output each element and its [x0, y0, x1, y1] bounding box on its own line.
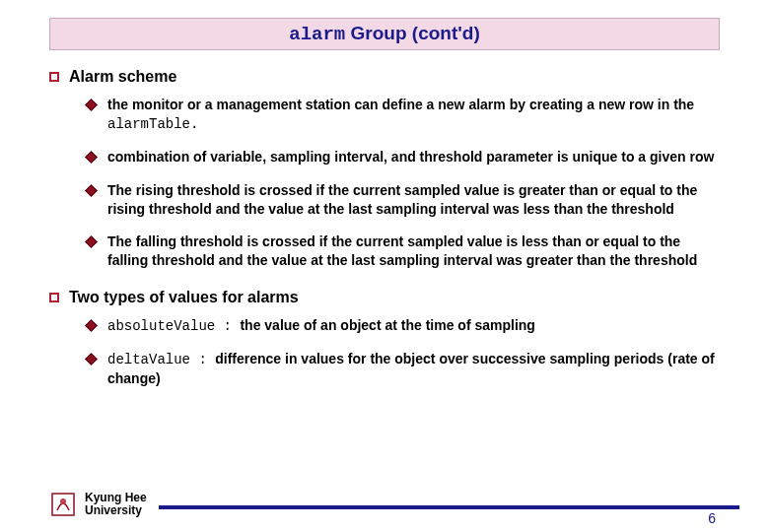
list-item: absoluteValue : the value of an object a…	[87, 316, 720, 336]
diamond-bullet-icon	[85, 99, 98, 111]
list-item: The falling threshold is crossed if the …	[87, 233, 720, 271]
section-head: Two types of values for alarms	[49, 289, 720, 306]
section-alarm-scheme: Alarm scheme the monitor or a management…	[49, 68, 720, 271]
title-rest: Group (cont'd)	[345, 23, 479, 43]
diamond-bullet-icon	[85, 184, 98, 197]
list-item: combination of variable, sampling interv…	[87, 148, 720, 167]
svg-point-1	[60, 499, 66, 504]
footer-divider	[159, 505, 739, 509]
item-text: absoluteValue : the value of an object a…	[107, 316, 720, 336]
list-item: deltaValue : difference in values for th…	[87, 350, 720, 388]
footer-affiliation: Kyung Hee University	[85, 492, 147, 517]
slide-footer: Kyung Hee University	[49, 491, 739, 518]
item-text: The falling threshold is crossed if the …	[107, 233, 720, 271]
title-mono: alarm	[289, 24, 345, 45]
list-item: the monitor or a management station can …	[87, 96, 720, 134]
diamond-bullet-icon	[85, 319, 98, 332]
section-title: Two types of values for alarms	[69, 289, 299, 306]
section-two-types: Two types of values for alarms absoluteV…	[49, 289, 720, 388]
diamond-bullet-icon	[85, 236, 98, 249]
diamond-bullet-icon	[85, 151, 98, 164]
section-title: Alarm scheme	[69, 68, 176, 86]
page-number: 6	[708, 510, 716, 526]
square-bullet-icon	[49, 72, 59, 82]
item-text: combination of variable, sampling interv…	[107, 148, 720, 167]
square-bullet-icon	[49, 293, 59, 302]
item-text: The rising threshold is crossed if the c…	[107, 181, 720, 220]
list-item: The rising threshold is crossed if the c…	[87, 181, 720, 220]
slide-content: Alarm scheme the monitor or a management…	[0, 50, 769, 388]
section-head: Alarm scheme	[49, 68, 720, 86]
slide-title: alarm Group (cont'd)	[49, 18, 720, 50]
item-text: deltaValue : difference in values for th…	[107, 350, 720, 388]
item-text: the monitor or a management station can …	[107, 96, 720, 134]
university-logo-icon	[49, 491, 77, 518]
diamond-bullet-icon	[85, 353, 98, 366]
